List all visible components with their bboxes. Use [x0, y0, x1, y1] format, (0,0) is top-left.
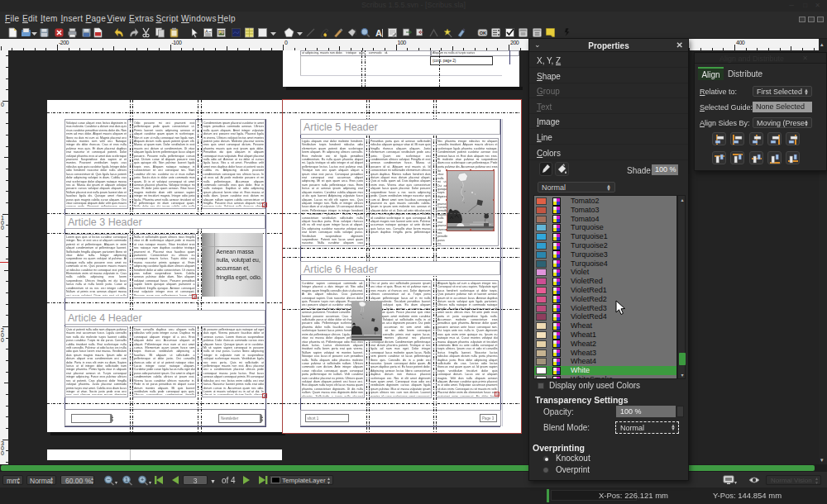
svg-text:−: −	[107, 477, 110, 483]
svg-text:1: 1	[125, 477, 128, 483]
svg-text:A: A	[375, 28, 382, 38]
svg-text:+: +	[141, 477, 144, 483]
svg-text:A: A	[205, 29, 208, 34]
svg-text:OK: OK	[480, 31, 486, 36]
